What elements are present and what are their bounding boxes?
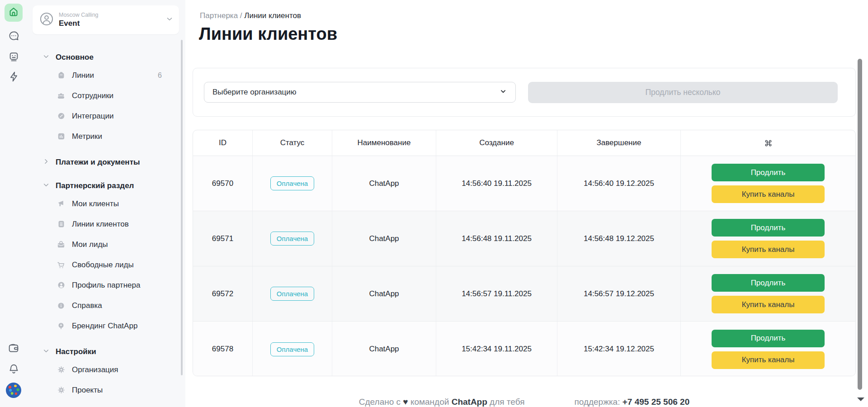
item-count-badge: 6 (158, 71, 162, 80)
sidebar-item[interactable]: Профиль партнера (42, 275, 185, 295)
main-scrollbar-thumb[interactable] (858, 59, 862, 390)
avatar-icon (39, 11, 54, 28)
status-badge: Оплачена (270, 287, 314, 301)
sidebar-section-2[interactable]: Партнерский раздел (42, 178, 185, 194)
cell-actions: ПродлитьКупить каналы (681, 156, 855, 211)
sidebar-item[interactable]: Метрики (42, 126, 185, 147)
bell-icon[interactable] (7, 362, 20, 375)
chats-icon[interactable] (7, 29, 20, 42)
breadcrumb-current: Линии клиентов (244, 11, 301, 20)
app-window: Moscow Calling Event ОсновноеЛинии6Сотру… (0, 0, 868, 407)
chevron-down-icon (42, 181, 50, 191)
sidebar-nav: ОсновноеЛинии6СотрудникиИнтеграцииМетрик… (27, 50, 185, 400)
scrollbar-down-arrow[interactable] (857, 398, 864, 401)
column-header: ID (193, 130, 253, 156)
org-label: Moscow Calling (59, 12, 165, 19)
extend-button[interactable]: Продлить (712, 164, 825, 181)
icon-rail (0, 0, 27, 407)
sidebar-item[interactable]: Сотрудники (42, 85, 185, 106)
sidebar-item[interactable]: Свободные лиды (42, 255, 185, 275)
sidebar: Moscow Calling Event ОсновноеЛинии6Сотру… (27, 0, 185, 407)
breadcrumb-separator: / (240, 11, 244, 20)
cell-actions: ПродлитьКупить каналы (681, 322, 855, 376)
sidebar-item[interactable]: Линии клиентов (42, 214, 185, 234)
item-label: Мои клиенты (72, 199, 119, 208)
sidebar-item[interactable]: Линии6 (42, 65, 185, 85)
section-label: Основное (56, 53, 94, 62)
sidebar-item[interactable]: Справка (42, 295, 185, 316)
item-label: Сотрудники (72, 91, 113, 100)
sidebar-scrollbar[interactable] (181, 40, 183, 375)
buy-channels-button[interactable]: Купить каналы (712, 185, 825, 203)
cell-created: 14:56:57 19.11.2025 (436, 266, 557, 321)
cell-status: Оплачена (253, 322, 332, 376)
bot-icon[interactable] (7, 50, 20, 62)
cell-status: Оплачена (253, 211, 332, 266)
rail-bottom (6, 342, 21, 407)
item-label: Справка (72, 301, 102, 310)
cell-status: Оплачена (253, 156, 332, 211)
item-label: Линии клиентов (72, 220, 129, 229)
sidebar-section-3[interactable]: Настройки (42, 344, 185, 360)
megaphone-icon (57, 199, 66, 208)
home-icon (8, 6, 19, 19)
buy-channels-button[interactable]: Купить каналы (712, 241, 825, 258)
list-icon (57, 220, 66, 229)
sidebar-item[interactable]: Интеграции (42, 106, 185, 126)
table-header-row: IDСтатусНаименованиеСозданиеЗавершение (193, 130, 855, 156)
status-badge: Оплачена (270, 232, 314, 246)
globe-avatar[interactable] (6, 383, 21, 398)
column-header: Статус (253, 130, 332, 156)
extend-button[interactable]: Продлить (712, 330, 825, 347)
metrics-icon (57, 132, 66, 141)
breadcrumb: Партнерка / Линии клиентов (200, 11, 301, 20)
footer-support: поддержка: +7 495 25 506 20 (574, 396, 689, 407)
wallet-icon[interactable] (7, 342, 20, 355)
buy-channels-button[interactable]: Купить каналы (712, 296, 825, 313)
extend-button[interactable]: Продлить (712, 219, 825, 237)
page-title: Линии клиентов (199, 24, 337, 44)
cell-status: Оплачена (253, 266, 332, 321)
people-icon (57, 91, 66, 100)
sidebar-item[interactable]: Мои лиды (42, 234, 185, 255)
flash-icon[interactable] (7, 70, 20, 83)
buy-channels-button[interactable]: Купить каналы (712, 351, 825, 369)
footer-made-with: Сделано с ♥ командой ChatApp для тебя (359, 396, 525, 407)
item-label: Свободные лиды (72, 260, 134, 270)
organization-select[interactable]: Выберите организацию (204, 82, 516, 103)
cell-id: 69572 (193, 266, 253, 321)
cell-name: ChatApp (332, 211, 436, 266)
home-button[interactable] (5, 4, 23, 22)
organization-switcher[interactable]: Moscow Calling Event (33, 5, 179, 34)
extend-multiple-button[interactable]: Продлить несколько (528, 82, 838, 103)
item-label: Мои лиды (72, 240, 108, 249)
breadcrumb-parent[interactable]: Партнерка (200, 11, 238, 20)
sidebar-item[interactable]: Проекты (42, 380, 185, 400)
gear-icon (57, 386, 66, 395)
rail-top (5, 0, 23, 83)
cell-expires: 15:42:34 19.12.2025 (557, 322, 681, 376)
sidebar-section-0[interactable]: Основное (42, 50, 185, 65)
extend-button[interactable]: Продлить (712, 274, 825, 292)
table-row: 69572ОплаченаChatApp14:56:57 19.11.20251… (193, 266, 855, 322)
item-label: Организация (72, 365, 118, 374)
table-row: 69570ОплаченаChatApp14:56:40 19.11.20251… (193, 156, 855, 211)
sidebar-section-1[interactable]: Платежи и документы (42, 155, 185, 170)
main-content: Партнерка / Линии клиентов Линии клиенто… (185, 0, 868, 407)
sidebar-item[interactable]: Мои клиенты (42, 194, 185, 214)
integrations-icon (57, 112, 66, 121)
table-row: 69578ОплаченаChatApp15:42:34 19.11.20251… (193, 322, 855, 376)
cell-created: 14:56:40 19.11.2025 (436, 156, 557, 211)
command-icon (681, 130, 855, 156)
cell-created: 14:56:48 19.11.2025 (436, 211, 557, 266)
chevron-down-icon (165, 15, 174, 25)
section-label: Платежи и документы (56, 158, 140, 167)
heart-icon: ♥ (403, 397, 408, 407)
sidebar-item[interactable]: Брендинг ChatApp (42, 316, 185, 336)
branding-icon (57, 322, 66, 331)
item-label: Профиль партнера (72, 281, 140, 290)
sidebar-item[interactable]: Организация (42, 360, 185, 380)
cell-name: ChatApp (332, 266, 436, 321)
cell-expires: 14:56:48 19.12.2025 (557, 211, 681, 266)
column-header: Завершение (557, 130, 681, 156)
